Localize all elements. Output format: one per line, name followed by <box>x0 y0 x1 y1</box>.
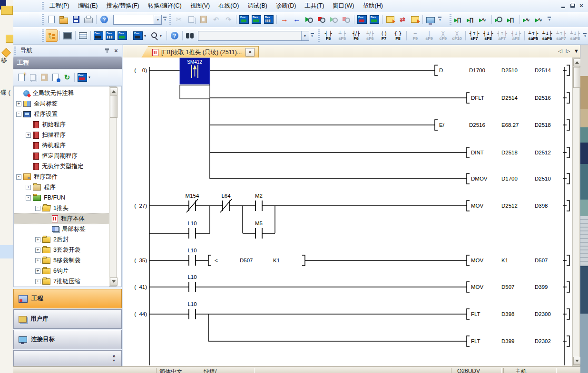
instruction-arg[interactable]: D2300 <box>535 311 551 317</box>
pc-communication-icon[interactable] <box>425 14 436 25</box>
ladder-symbol-sf8-button[interactable]: ┤↓├sF8 <box>481 29 494 42</box>
device-comment-search-icon[interactable] <box>238 14 250 25</box>
instruction-op[interactable]: DMOV <box>471 176 488 182</box>
refresh-icon[interactable] <box>62 72 72 83</box>
copy-icon[interactable] <box>186 14 197 25</box>
sampling-trace-icon[interactable] <box>522 14 533 25</box>
device-display-format-icon[interactable] <box>132 30 148 41</box>
ladder-symbol-f8-button[interactable]: { }F8 <box>392 29 404 42</box>
contact-label[interactable]: M2 <box>255 193 263 199</box>
instruction-arg[interactable]: D2302 <box>535 338 551 344</box>
nav-button-connection-destination[interactable]: 连接目标 <box>13 330 122 349</box>
copy-icon[interactable] <box>28 72 38 83</box>
instruction-op[interactable]: E/ <box>439 122 445 128</box>
scroll-down-icon[interactable] <box>110 277 118 286</box>
print-icon[interactable] <box>83 14 94 25</box>
toolbar-overflow-icon[interactable] <box>309 30 315 41</box>
cross-reference-icon[interactable] <box>117 30 128 41</box>
instruction-op[interactable]: MOV <box>471 284 484 290</box>
nav-button-project[interactable]: 工程 <box>13 289 122 308</box>
output-window-icon[interactable] <box>78 30 88 41</box>
toolbar-overflow-icon[interactable] <box>546 14 552 25</box>
document-tab[interactable]: [FB]读取 1推头 (只读) (2511)... <box>141 46 259 58</box>
comment-edit-icon[interactable] <box>384 14 396 25</box>
instruction-arg[interactable]: D2516 <box>469 122 485 128</box>
contact-label[interactable]: M154 <box>186 193 199 199</box>
compare-operator[interactable]: < <box>215 258 218 263</box>
expander-icon[interactable]: + <box>35 248 40 253</box>
menu-item-tools[interactable]: 工具(T) <box>300 0 328 12</box>
panel-drag-handle[interactable] <box>14 47 16 55</box>
ladder-symbol-f5-button[interactable]: ┤ ├F5 <box>322 29 334 42</box>
tree-item-program-body[interactable]: 程序本体 <box>14 213 116 224</box>
expander-icon[interactable]: - <box>16 112 21 117</box>
expander-icon[interactable]: - <box>26 195 31 201</box>
menu-item-help[interactable]: 帮助(H) <box>358 0 387 12</box>
scroll-down-icon[interactable] <box>573 357 581 365</box>
monitor-go-icon[interactable] <box>506 14 518 25</box>
write-to-plc-icon[interactable] <box>279 14 290 25</box>
instruction-arg[interactable]: D399 <box>535 284 548 290</box>
monitor-pause-icon[interactable] <box>328 14 340 25</box>
ladder-canvas[interactable]: SM412 ( 0) ( 27) ( 35) ( 41) ( 44) M154 … <box>123 57 572 366</box>
tree-item-pou[interactable]: -程序部件 <box>14 172 110 182</box>
ladder-symbol-saf7-button[interactable]: ┴↑├saF7 <box>555 29 568 42</box>
monitor-resume-icon[interactable] <box>341 14 352 25</box>
ladder-symbol-f9-button[interactable]: ─F9 <box>409 29 421 42</box>
navigation-window-icon[interactable] <box>46 29 58 42</box>
menu-item-edit[interactable]: 编辑(E) <box>74 0 102 12</box>
nav-button-user-library[interactable]: 用户库 <box>13 309 122 329</box>
scrollbar-thumb[interactable] <box>573 67 581 88</box>
instruction-arg[interactable]: D2512 <box>501 203 518 209</box>
device-use-list-icon[interactable] <box>93 30 104 41</box>
device-batch-icon[interactable] <box>105 30 116 41</box>
tree-item-fb-fun[interactable]: -FB/FUN <box>14 192 120 203</box>
toolbar-drag-handle[interactable] <box>42 14 44 25</box>
menu-item-view[interactable]: 视图(V) <box>186 0 215 12</box>
help-icon[interactable] <box>169 30 180 41</box>
expander-icon[interactable]: + <box>35 268 40 274</box>
instruction-arg[interactable]: K1 <box>501 258 508 263</box>
cell-cursor[interactable] <box>180 85 210 99</box>
ladder-symbol-saf6-button[interactable]: ┴↓├saF6 <box>540 29 553 42</box>
menu-item-find-replace[interactable]: 搜索/替换(F) <box>102 0 143 12</box>
instruction-op[interactable]: FLT <box>471 311 480 317</box>
tree-item-2-sealer[interactable]: +2后封 <box>14 234 122 245</box>
instruction-op[interactable]: DINT <box>471 150 484 155</box>
device-io-check-icon[interactable] <box>263 14 274 25</box>
cut-icon[interactable] <box>173 14 185 25</box>
ladder-symbol-cf10-button[interactable]: ╳cF10 <box>451 29 463 42</box>
instruction-arg[interactable]: D2518 <box>501 150 518 155</box>
instruction-op[interactable]: MOV <box>471 203 484 209</box>
selected-cell[interactable]: SM412 <box>180 58 210 84</box>
undo-icon[interactable] <box>210 14 222 25</box>
menu-item-diagnostics[interactable]: 诊断(D) <box>272 0 300 12</box>
toolbar-drag-handle[interactable] <box>318 29 320 41</box>
expander-icon[interactable]: - <box>16 174 21 180</box>
instruction-op[interactable]: MOV <box>471 258 484 263</box>
toolbar-drag-handle[interactable] <box>169 14 171 25</box>
step-number[interactable]: ( 41) <box>134 284 147 290</box>
tree-item-3-bagging[interactable]: +3套袋开袋 <box>14 245 122 255</box>
tree-item-program-settings[interactable]: -程序设置 <box>14 109 110 119</box>
new-project-icon[interactable] <box>46 14 57 25</box>
element-selection-icon[interactable] <box>62 30 73 41</box>
tree-item-no-execution-type[interactable]: 无执行类型指定 <box>14 161 120 172</box>
instruction-op[interactable]: DFLT <box>471 95 484 101</box>
compare-arg[interactable]: D507 <box>240 258 253 263</box>
device-test-icon[interactable] <box>251 14 262 25</box>
tab-prev-icon[interactable]: ◁ <box>558 48 562 54</box>
tab-next-icon[interactable]: ▷ <box>566 48 570 54</box>
ladder-symbol-sf5-button[interactable]: ┴ ├sF5 <box>336 29 349 42</box>
tree-item-local-label[interactable]: 局部标签 <box>14 224 122 234</box>
project-combobox[interactable] <box>113 15 162 25</box>
monitor-stop-icon[interactable] <box>316 14 327 25</box>
instruction-arg[interactable]: D507 <box>501 284 515 290</box>
contact-label[interactable]: L10 <box>187 248 196 253</box>
instruction-arg[interactable]: D507 <box>535 258 548 263</box>
tree-item-global-device-comment[interactable]: 全局软元件注释 <box>14 88 110 98</box>
step-number[interactable]: ( 0) <box>134 67 147 73</box>
toolbar-drag-handle[interactable] <box>450 14 451 25</box>
menu-item-online[interactable]: 在线(O) <box>214 0 243 12</box>
toolbar-drag-handle[interactable] <box>42 29 44 41</box>
